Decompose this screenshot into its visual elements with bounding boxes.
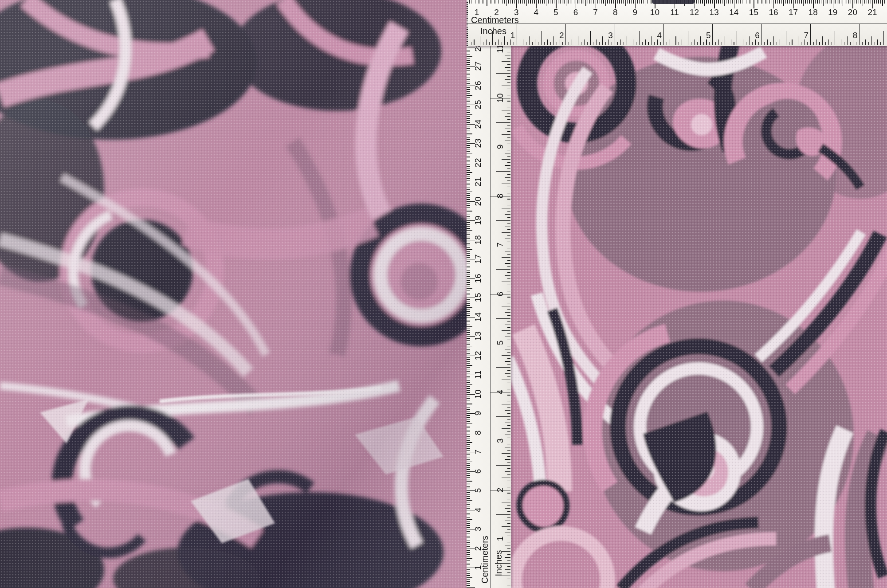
inch-tick (505, 361, 510, 361)
cm-tick (467, 357, 470, 358)
inch-tick (504, 36, 505, 45)
inch-tick (474, 39, 474, 45)
cm-tick (467, 384, 472, 385)
cm-tick (467, 581, 470, 581)
cm-tick (467, 267, 470, 267)
inch-tick (507, 346, 510, 346)
cm-tick (467, 192, 472, 192)
cm-tick (467, 492, 470, 493)
cm-tick-number: 5 (553, 8, 558, 16)
cm-tick (467, 419, 470, 419)
cm-tick (467, 296, 470, 296)
inch-tick (505, 447, 510, 447)
cm-tick (538, 0, 538, 4)
cm-tick (600, 0, 600, 4)
cm-tick (467, 180, 470, 180)
inch-tick (657, 39, 658, 45)
inch-tick (507, 70, 510, 71)
inch-tick (507, 505, 510, 506)
cm-tick (467, 404, 472, 404)
inch-tick (507, 487, 510, 487)
cm-tick (864, 0, 865, 4)
cm-tick (467, 224, 470, 225)
cm-tick (467, 475, 470, 475)
cm-tick (467, 270, 470, 271)
cm-tick (617, 0, 618, 4)
cm-tick (467, 309, 470, 310)
vertical-ruler: 1234567891011121314151617181920212223242… (467, 0, 511, 588)
cm-tick (467, 496, 470, 497)
inch-tick (507, 156, 510, 157)
inch-tick (507, 89, 510, 89)
cm-tick (467, 226, 470, 227)
cm-tick-number: 12 (690, 8, 699, 16)
cm-tick (467, 247, 470, 248)
inch-tick (608, 39, 609, 45)
inch-tick (773, 36, 774, 45)
inch-tick (725, 36, 725, 45)
inch-tick (502, 282, 510, 282)
cm-tick (467, 459, 470, 460)
cm-tick (467, 481, 472, 481)
cm-tick (467, 558, 472, 558)
cm-tick (467, 157, 470, 157)
cm-tick (554, 0, 554, 4)
cm-tick (781, 0, 782, 4)
cm-tick (467, 132, 470, 132)
cm-tick (475, 0, 475, 4)
cm-tick (467, 382, 470, 383)
cm-tick-number: 26 (474, 81, 482, 90)
inch-tick-number: 8 (496, 193, 504, 198)
cm-tick (467, 371, 470, 371)
cm-tick (467, 573, 470, 574)
cm-tick (696, 0, 697, 4)
cm-tick-number: 11 (474, 370, 482, 379)
cm-tick (467, 533, 470, 533)
cm-tick (467, 388, 470, 388)
inch-tick (505, 67, 510, 67)
inch-tick (859, 24, 860, 45)
cm-tick (467, 462, 472, 462)
cm-tick (805, 0, 805, 4)
cm-tick (740, 0, 740, 4)
cm-tick (467, 348, 470, 348)
inch-tick (505, 423, 510, 423)
inch-tick (507, 352, 510, 353)
cm-tick (467, 545, 470, 545)
cm-tick (868, 0, 869, 4)
cm-tick (757, 0, 758, 4)
cm-tick (467, 215, 470, 215)
cm-tick (467, 290, 470, 290)
cm-tick (467, 583, 470, 584)
cm-tick (467, 255, 470, 255)
inch-tick (715, 42, 716, 45)
cm-tick (467, 546, 470, 547)
inch-tick (688, 31, 688, 45)
inch-tick (507, 162, 510, 163)
cm-tick (467, 172, 472, 172)
inch-tick (620, 39, 621, 45)
inch-tick (507, 242, 510, 242)
inch-tick (838, 42, 838, 45)
inch-tick (505, 325, 510, 325)
cm-tick (467, 400, 470, 400)
cm-tick (467, 219, 470, 219)
inch-tick (636, 42, 636, 45)
inch-tick (507, 383, 510, 383)
cm-tick (611, 0, 612, 4)
cm-tick (467, 537, 470, 537)
inch-tick (764, 42, 765, 45)
horizontal-ruler-cm-label: Centimeters (471, 16, 519, 24)
inch-tick (507, 291, 510, 291)
cm-tick (467, 99, 470, 99)
cm-tick (706, 0, 706, 4)
cm-tick (728, 0, 728, 4)
cm-tick (720, 0, 721, 4)
cm-tick (566, 0, 566, 6)
cm-tick (540, 0, 541, 4)
inch-tick (593, 42, 593, 45)
inch-tick-number: 7 (804, 31, 809, 39)
inch-tick-number: 1 (496, 537, 504, 541)
cm-tick (467, 485, 470, 485)
cm-tick (471, 0, 471, 4)
